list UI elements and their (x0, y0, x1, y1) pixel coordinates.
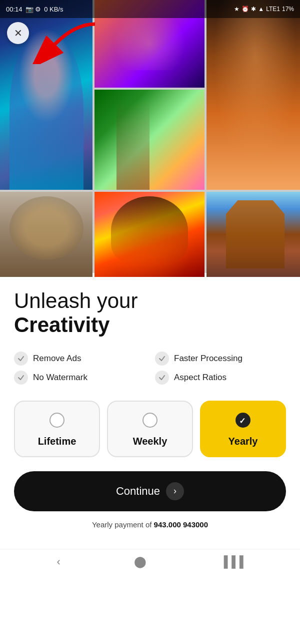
check-icon-aspect-ratios (155, 371, 169, 385)
check-icon-remove-ads (14, 352, 28, 366)
plans-row: Lifetime Weekly Yearly (14, 401, 286, 457)
plan-radio-lifetime (50, 413, 64, 428)
collage-image-5 (0, 192, 92, 277)
plan-radio-inner-lifetime (54, 417, 60, 423)
plan-name-lifetime: Lifetime (38, 436, 76, 447)
headline-line1: Unleash your (14, 289, 138, 312)
back-nav-icon[interactable]: ‹ (56, 555, 60, 568)
headline-line2: Creativity (14, 313, 110, 337)
feature-item-faster-processing: Faster Processing (155, 352, 286, 366)
headline: Unleash your Creativity (14, 289, 286, 338)
feature-label-remove-ads: Remove Ads (33, 354, 81, 364)
bluetooth-icon: ✱ (251, 6, 256, 13)
plan-card-weekly[interactable]: Weekly (107, 401, 193, 457)
plan-card-lifetime[interactable]: Lifetime (14, 401, 100, 457)
bottom-nav: ‹ ⬤ ▐▐▐ (0, 549, 300, 574)
payment-note: Yearly payment of 943.000 943000 (14, 520, 286, 529)
check-icon-faster-processing (155, 352, 169, 366)
plan-radio-yearly (236, 413, 250, 428)
feature-item-remove-ads: Remove Ads (14, 352, 145, 366)
continue-label: Continue (116, 485, 160, 498)
battery-level: 17% (282, 6, 294, 13)
feature-item-aspect-ratios: Aspect Ratios (155, 371, 286, 385)
alarm-icon: ⏰ (242, 6, 249, 13)
feature-item-no-watermark: No Watermark (14, 371, 145, 385)
feature-label-faster-processing: Faster Processing (174, 354, 242, 364)
status-left: 00:14 📷 ⚙ 0 KB/s (6, 6, 63, 13)
close-arrow-indicator (25, 19, 105, 64)
status-icons: 📷 ⚙ (26, 6, 42, 13)
plan-radio-weekly (142, 413, 158, 428)
plan-radio-inner-weekly (147, 417, 153, 423)
image-collage: ✕ (0, 0, 300, 273)
feature-label-no-watermark: No Watermark (33, 373, 88, 383)
status-time: 00:14 (6, 6, 22, 13)
status-network: 0 KB/s (44, 6, 63, 13)
plan-name-yearly: Yearly (228, 436, 258, 447)
home-nav-icon[interactable]: ⬤ (134, 555, 146, 568)
star-icon: ★ (234, 6, 240, 13)
continue-chevron-icon: › (166, 482, 184, 500)
plan-radio-inner-yearly (240, 417, 246, 423)
recents-nav-icon[interactable]: ▐▐▐ (220, 555, 244, 568)
payment-note-amount: 943.000 943000 (154, 520, 208, 529)
collage-image-7 (206, 192, 300, 277)
plan-card-yearly[interactable]: Yearly (200, 401, 286, 457)
check-icon-no-watermark (14, 371, 28, 385)
wifi-icon: ▲ (258, 6, 264, 13)
continue-button[interactable]: Continue › (14, 471, 286, 511)
collage-image-4 (94, 90, 204, 190)
status-bar: 00:14 📷 ⚙ 0 KB/s ★ ⏰ ✱ ▲ LTE1 17% (0, 0, 300, 18)
collage-image-6 (94, 192, 204, 277)
payment-note-prefix: Yearly payment of (92, 520, 154, 529)
feature-label-aspect-ratios: Aspect Ratios (174, 373, 226, 383)
plan-name-weekly: Weekly (133, 436, 168, 447)
collage-image-3 (206, 0, 300, 190)
status-right: ★ ⏰ ✱ ▲ LTE1 17% (234, 6, 294, 13)
features-grid: Remove Ads Faster Processing No Watermar… (14, 352, 286, 385)
signal-icon: LTE1 (266, 6, 280, 13)
main-content: Unleash your Creativity Remove Ads Faste… (0, 273, 300, 549)
